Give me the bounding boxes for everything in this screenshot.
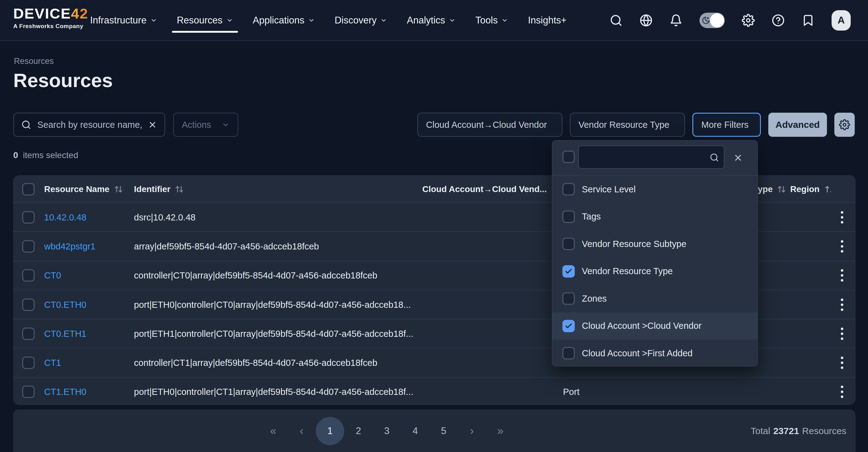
resource-search-input[interactable]: Search by resource name,: [13, 113, 165, 137]
table-settings-button[interactable]: [834, 113, 855, 137]
resource-name-link[interactable]: wbd42pstgr1: [44, 241, 95, 251]
resource-name-link[interactable]: CT0: [44, 270, 61, 281]
first-page-button[interactable]: «: [259, 417, 287, 445]
nav-label: Infrastructure: [90, 15, 147, 26]
filter-option-zones[interactable]: Zones: [552, 285, 757, 312]
resource-name-link[interactable]: CT0.ETH1: [44, 329, 87, 339]
total-count: 23721: [773, 426, 799, 436]
breadcrumb[interactable]: Resources: [14, 57, 54, 66]
filter-option-tags[interactable]: Tags: [552, 203, 757, 231]
theme-toggle[interactable]: [700, 13, 725, 28]
filter-option-label: Zones: [582, 294, 607, 304]
sort-asc-icon[interactable]: [824, 185, 833, 193]
bell-icon[interactable]: [670, 14, 682, 27]
sort-icon[interactable]: [777, 185, 786, 193]
more-filters-button[interactable]: More Filters: [692, 113, 761, 137]
row-menu-button[interactable]: [838, 238, 846, 255]
sort-icon[interactable]: [175, 185, 184, 193]
chevron-down-icon: [449, 17, 456, 24]
next-page-button[interactable]: ›: [458, 417, 486, 445]
nav-resources[interactable]: Resources: [177, 0, 233, 40]
advanced-button[interactable]: Advanced: [768, 113, 827, 137]
resource-name-link[interactable]: 10.42.0.48: [44, 212, 87, 222]
close-icon[interactable]: [733, 153, 743, 163]
nav-discovery[interactable]: Discovery: [335, 0, 387, 40]
logo-wordmark: DEVICE42: [13, 5, 88, 22]
nav-applications[interactable]: Applications: [253, 0, 315, 40]
column-header-cloud-account-vendor[interactable]: Cloud Account→Cloud Vend...: [422, 184, 547, 194]
globe-icon[interactable]: [640, 14, 653, 27]
filter-select-all-checkbox[interactable]: [562, 151, 575, 163]
filter-option-label: Tags: [582, 211, 601, 222]
row-menu-button[interactable]: [838, 325, 846, 342]
row-menu-button[interactable]: [838, 383, 846, 400]
identifier-value: port|ETH0|controller|CT0|array|def59bf5-…: [134, 300, 411, 310]
filter-option-cloud-account-first-added[interactable]: Cloud Account >First Added: [552, 340, 757, 367]
page-button-5[interactable]: 5: [429, 417, 458, 445]
page-button-4[interactable]: 4: [401, 417, 429, 445]
resource-name-link[interactable]: CT1.ETH0: [44, 387, 87, 397]
row-checkbox[interactable]: [22, 386, 35, 398]
filter-option-vendor-resource-type[interactable]: Vendor Resource Type: [552, 258, 757, 285]
resource-name-link[interactable]: CT0.ETH0: [44, 300, 87, 310]
nav-analytics[interactable]: Analytics: [407, 0, 456, 40]
gear-icon[interactable]: [742, 14, 755, 27]
column-header-resource-name[interactable]: Resource Name: [44, 184, 110, 194]
help-icon[interactable]: [772, 14, 785, 27]
select-all-checkbox[interactable]: [22, 183, 35, 195]
page-button-2[interactable]: 2: [344, 417, 373, 445]
nav-insights-plus[interactable]: Insights+: [528, 0, 566, 40]
row-checkbox[interactable]: [22, 240, 35, 252]
chevron-down-icon: [380, 17, 387, 24]
active-nav-underline: [172, 31, 238, 33]
checkbox[interactable]: [562, 238, 575, 250]
device42-logo[interactable]: DEVICE42 A Freshworks Company: [13, 5, 88, 30]
row-menu-button[interactable]: [838, 354, 846, 371]
last-page-button[interactable]: »: [486, 417, 515, 445]
filters-group: Cloud Account→Cloud Vendor Vendor Resour…: [417, 113, 855, 137]
page-button-1[interactable]: 1: [316, 417, 344, 445]
row-menu-button[interactable]: [838, 209, 846, 226]
column-header-region[interactable]: Region: [790, 184, 819, 194]
row-menu-button[interactable]: [838, 267, 846, 284]
selection-count: 0: [13, 150, 18, 160]
vendor-resource-type-filter[interactable]: Vendor Resource Type: [570, 113, 685, 137]
row-menu-button[interactable]: [838, 296, 846, 313]
row-checkbox[interactable]: [22, 269, 35, 281]
cloud-account-vendor-filter[interactable]: Cloud Account→Cloud Vendor: [417, 113, 562, 137]
resource-name-link[interactable]: CT1: [44, 358, 61, 368]
actions-dropdown-button[interactable]: Actions: [173, 113, 238, 137]
column-header-type-partial[interactable]: ype: [758, 184, 773, 194]
filter-option-cloud-account-cloud-vendor[interactable]: Cloud Account >Cloud Vendor: [552, 312, 757, 340]
sort-icon[interactable]: [114, 185, 123, 193]
filter-search-input[interactable]: [578, 145, 724, 169]
user-avatar[interactable]: A: [832, 10, 851, 31]
chevron-down-icon: [226, 17, 233, 24]
search-icon: [710, 153, 719, 162]
clear-search-icon[interactable]: [148, 120, 157, 129]
column-header-identifier[interactable]: Identifier: [134, 184, 170, 194]
checkbox-checked[interactable]: [562, 265, 575, 277]
nav-infrastructure[interactable]: Infrastructure: [90, 0, 157, 40]
filter-option-vendor-resource-subtype[interactable]: Vendor Resource Subtype: [552, 230, 757, 258]
row-checkbox[interactable]: [22, 357, 35, 369]
selection-status: 0 items selected: [13, 150, 78, 160]
filter-option-service-level[interactable]: Service Level: [552, 176, 757, 203]
row-checkbox[interactable]: [22, 211, 35, 223]
nav-tools[interactable]: Tools: [475, 0, 508, 40]
checkbox[interactable]: [562, 211, 575, 223]
search-icon[interactable]: [610, 14, 623, 27]
filter-option-label: Cloud Account >First Added: [582, 348, 693, 358]
checkbox[interactable]: [562, 347, 575, 359]
row-checkbox[interactable]: [22, 299, 35, 311]
page-button-3[interactable]: 3: [373, 417, 401, 445]
row-checkbox[interactable]: [22, 328, 35, 340]
checkbox-checked[interactable]: [562, 320, 575, 332]
top-bar: DEVICE42 A Freshworks Company Infrastruc…: [0, 0, 868, 41]
bookmark-icon[interactable]: [802, 14, 815, 27]
checkbox[interactable]: [562, 183, 575, 195]
checkbox[interactable]: [562, 292, 575, 305]
nav-label: Tools: [475, 15, 498, 26]
gear-icon: [839, 119, 850, 130]
previous-page-button[interactable]: ‹: [287, 417, 316, 445]
